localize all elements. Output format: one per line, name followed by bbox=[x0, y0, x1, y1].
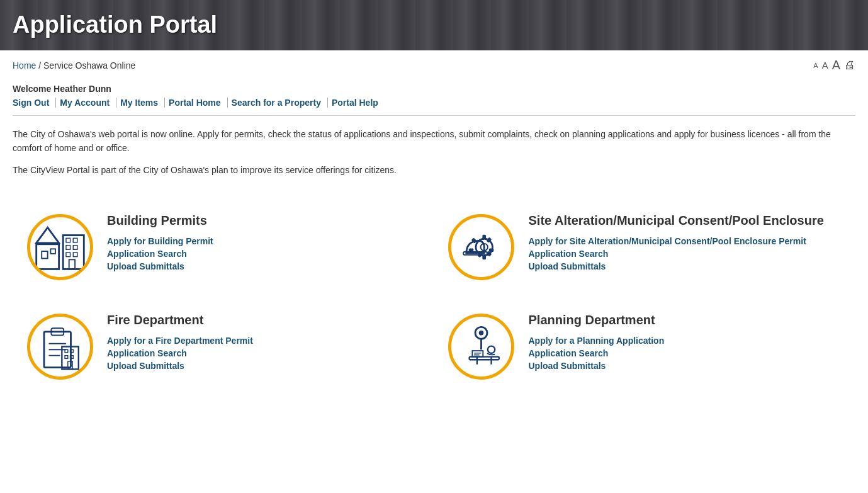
svg-rect-31 bbox=[65, 355, 68, 358]
card-icon-building-permits bbox=[25, 212, 94, 281]
nav-link-my-items[interactable]: My Items bbox=[120, 98, 165, 108]
svg-rect-38 bbox=[472, 351, 483, 356]
card-icon-site-alteration bbox=[447, 212, 516, 281]
nav-link-search-for-a-property[interactable]: Search for a Property bbox=[232, 98, 328, 108]
card-link-fire-department-1[interactable]: Application Search bbox=[107, 348, 422, 358]
welcome-bar: Welcome Heather Dunn Sign OutMy AccountM… bbox=[0, 77, 868, 110]
card-links-site-alteration: Apply for Site Alteration/Municipal Cons… bbox=[529, 236, 843, 271]
breadcrumb-separator: / bbox=[38, 60, 41, 71]
breadcrumb-home[interactable]: Home bbox=[13, 60, 36, 71]
nav-link-my-account[interactable]: My Account bbox=[60, 98, 116, 108]
top-bar: Home / Service Oshawa Online A A A 🖨 bbox=[0, 50, 868, 77]
svg-rect-2 bbox=[42, 251, 47, 258]
nav-link-portal-help[interactable]: Portal Help bbox=[332, 98, 385, 108]
print-button[interactable]: 🖨 bbox=[844, 59, 855, 72]
card-link-planning-department-1[interactable]: Application Search bbox=[529, 348, 843, 358]
card-links-planning-department: Apply for a Planning ApplicationApplicat… bbox=[529, 336, 843, 371]
breadcrumb-current: Service Oshawa Online bbox=[43, 60, 135, 71]
banner: Application Portal bbox=[0, 0, 868, 50]
font-large-button[interactable]: A bbox=[832, 58, 840, 72]
svg-marker-1 bbox=[36, 227, 59, 243]
svg-rect-5 bbox=[65, 238, 70, 242]
svg-rect-6 bbox=[73, 238, 77, 242]
card-title-building-permits: Building Permits bbox=[107, 212, 422, 229]
card-links-fire-department: Apply for a Fire Department PermitApplic… bbox=[107, 336, 422, 371]
svg-rect-14 bbox=[482, 234, 486, 239]
svg-rect-11 bbox=[69, 259, 74, 269]
description-para2: The CityView Portal is part of the City … bbox=[13, 163, 855, 177]
card-link-building-permits-2[interactable]: Upload Submittals bbox=[107, 261, 422, 271]
cards-grid: Building PermitsApply for Building Permi… bbox=[0, 191, 868, 409]
card-building-permits: Building PermitsApply for Building Permi… bbox=[13, 197, 434, 297]
card-planning-department: Planning DepartmentApply for a Planning … bbox=[434, 297, 856, 396]
font-controls: A A A 🖨 bbox=[813, 58, 855, 72]
svg-rect-15 bbox=[482, 254, 486, 259]
description: The City of Oshawa's web portal is now o… bbox=[0, 116, 868, 191]
font-small-button[interactable]: A bbox=[813, 62, 818, 69]
svg-rect-3 bbox=[50, 249, 55, 254]
card-link-site-alteration-0[interactable]: Apply for Site Alteration/Municipal Cons… bbox=[529, 236, 843, 246]
card-content-planning-department: Planning DepartmentApply for a Planning … bbox=[529, 312, 843, 371]
font-medium-button[interactable]: A bbox=[822, 60, 828, 71]
description-para1: The City of Oshawa's web portal is now o… bbox=[13, 127, 855, 156]
card-link-building-permits-0[interactable]: Apply for Building Permit bbox=[107, 236, 422, 246]
card-title-site-alteration: Site Alteration/Municipal Consent/Pool E… bbox=[529, 212, 843, 229]
svg-point-36 bbox=[488, 346, 495, 353]
svg-rect-9 bbox=[65, 252, 70, 257]
card-link-fire-department-0[interactable]: Apply for a Fire Department Permit bbox=[107, 336, 422, 346]
nav-links: Sign OutMy AccountMy ItemsPortal HomeSea… bbox=[13, 98, 855, 108]
svg-point-35 bbox=[479, 331, 484, 336]
welcome-message: Welcome Heather Dunn bbox=[13, 84, 855, 94]
card-links-building-permits: Apply for Building PermitApplication Sea… bbox=[107, 236, 422, 271]
svg-rect-29 bbox=[65, 349, 68, 353]
card-title-planning-department: Planning Department bbox=[529, 312, 843, 328]
card-content-site-alteration: Site Alteration/Municipal Consent/Pool E… bbox=[529, 212, 843, 271]
banner-title: Application Portal bbox=[0, 0, 868, 38]
card-fire-department: Fire DepartmentApply for a Fire Departme… bbox=[13, 297, 434, 396]
card-icon-fire-department bbox=[25, 312, 94, 381]
card-site-alteration: Site Alteration/Municipal Consent/Pool E… bbox=[434, 197, 856, 297]
card-link-site-alteration-1[interactable]: Application Search bbox=[529, 249, 843, 259]
nav-link-portal-home[interactable]: Portal Home bbox=[169, 98, 227, 108]
svg-rect-16 bbox=[489, 248, 494, 252]
card-link-building-permits-1[interactable]: Application Search bbox=[107, 249, 422, 259]
card-link-planning-department-2[interactable]: Upload Submittals bbox=[529, 361, 843, 371]
card-title-fire-department: Fire Department bbox=[107, 312, 422, 328]
card-content-building-permits: Building PermitsApply for Building Permi… bbox=[107, 212, 422, 271]
card-content-fire-department: Fire DepartmentApply for a Fire Departme… bbox=[107, 312, 422, 371]
card-link-site-alteration-2[interactable]: Upload Submittals bbox=[529, 261, 843, 271]
breadcrumb: Home / Service Oshawa Online bbox=[13, 60, 135, 71]
nav-link-sign-out[interactable]: Sign Out bbox=[13, 98, 56, 108]
svg-rect-10 bbox=[73, 252, 77, 257]
card-icon-planning-department bbox=[447, 312, 516, 381]
card-link-planning-department-0[interactable]: Apply for a Planning Application bbox=[529, 336, 843, 346]
svg-rect-7 bbox=[65, 245, 70, 249]
svg-rect-8 bbox=[73, 245, 77, 249]
card-link-fire-department-2[interactable]: Upload Submittals bbox=[107, 361, 422, 371]
